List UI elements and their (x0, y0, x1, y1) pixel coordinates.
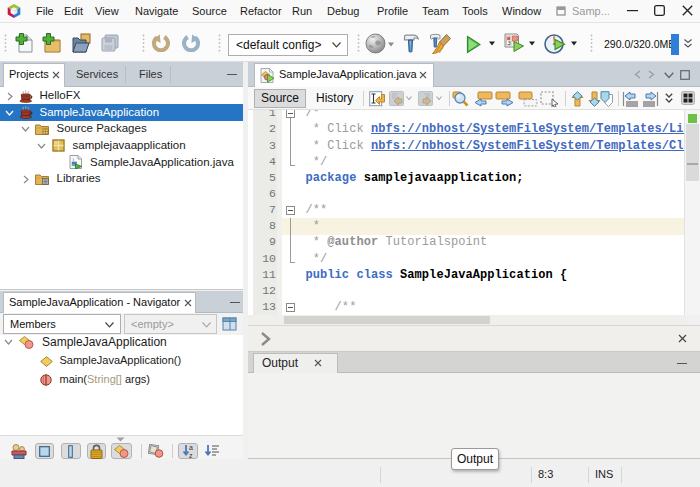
svg-text:3: 3 (508, 40, 511, 46)
svg-text:z: z (189, 452, 193, 459)
svg-text:a: a (189, 444, 193, 451)
